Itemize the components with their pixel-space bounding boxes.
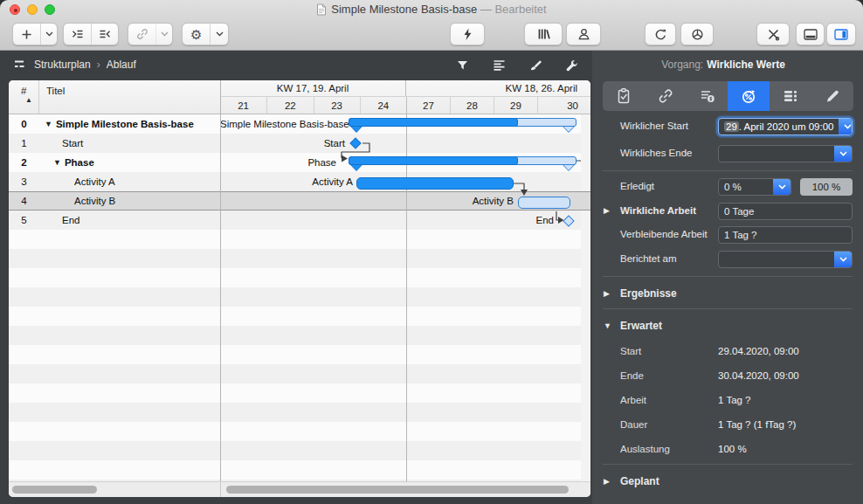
dropdown-chevron-icon[interactable] — [839, 119, 853, 135]
gantt-bar-activity-b[interactable] — [518, 197, 570, 209]
disclosure-triangle[interactable]: ▼ — [53, 158, 61, 167]
table-row[interactable]: 2 ▼ Phase — [9, 153, 220, 172]
gantt-hscroll-thumb[interactable] — [226, 486, 569, 494]
gantt-milestone-end[interactable] — [561, 213, 576, 229]
link-icon[interactable] — [128, 24, 155, 45]
disclosure-triangle[interactable]: ▼ — [604, 321, 611, 330]
add-button-group[interactable] — [12, 23, 58, 45]
dropdown-chevron-icon[interactable] — [773, 179, 791, 195]
chevron-down-icon[interactable] — [155, 24, 172, 45]
day-header-row: 21 22 23 24 27 28 29 30 — [220, 97, 590, 114]
gear-icon[interactable]: ⚙ — [183, 24, 210, 45]
wbs-view-icon[interactable] — [14, 59, 28, 70]
breadcrumb-item-strukturplan[interactable]: Strukturplan — [34, 59, 91, 71]
row-number: 0 — [9, 119, 39, 129]
outdent-icon[interactable] — [91, 24, 118, 45]
table-row-selected[interactable]: 4 Activity B — [9, 191, 220, 211]
disclosure-triangle[interactable]: ▶ — [604, 477, 610, 486]
panel-right-icon[interactable] — [826, 23, 856, 45]
window-title-text: Simple Milestone Basis-base — [331, 3, 477, 16]
table-row[interactable]: 0 ▼ Simple Milestone Basis-base — [9, 114, 220, 134]
tab-segments[interactable] — [770, 81, 811, 111]
outline-gantt-divider[interactable] — [220, 80, 221, 497]
set-100-percent-button[interactable]: 100 % — [800, 178, 853, 196]
breadcrumb-item-ablauf[interactable]: Ablauf — [107, 59, 136, 71]
day-cell[interactable]: 27 — [406, 97, 450, 114]
titlebar: Simple Milestone Basis-base — Bearbeitet — [0, 0, 863, 51]
actual-start-input[interactable]: 29. April 2020 um 09:00 — [718, 118, 853, 135]
tab-finance[interactable] — [687, 81, 728, 111]
expected-work-value: 1 Tag ? — [718, 395, 751, 405]
expected-utilization-value: 100 % — [718, 444, 747, 454]
divider — [603, 276, 853, 277]
chevron-down-icon[interactable] — [40, 24, 57, 45]
text-style-icon[interactable] — [489, 57, 508, 74]
column-header-number[interactable]: # ▲ — [9, 80, 39, 114]
section-erwartet[interactable]: ▼ Erwartet — [603, 319, 853, 333]
dropdown-chevron-icon[interactable] — [834, 146, 852, 162]
day-cell[interactable]: 28 — [450, 97, 494, 114]
tab-checklist[interactable] — [603, 81, 645, 111]
disclosure-triangle[interactable]: ▼ — [45, 120, 52, 128]
section-ergebnisse[interactable]: ▶ Ergebnisse — [603, 287, 853, 300]
day-cell[interactable]: 23 — [314, 97, 360, 114]
settings-wrench-icon[interactable] — [563, 57, 582, 74]
gantt-summary-bar-phase[interactable] — [349, 156, 577, 172]
gantt-summary-bar-project[interactable] — [349, 118, 577, 134]
selected-date-segment[interactable]: 29 — [724, 121, 739, 132]
plus-icon[interactable] — [13, 24, 40, 45]
table-row[interactable]: 1 Start — [9, 134, 220, 153]
outline-hscroll-thumb[interactable] — [12, 486, 97, 494]
inspector-context-value: Wirkliche Werte — [707, 59, 785, 71]
link-button-group[interactable] — [128, 23, 173, 45]
day-cell[interactable]: 22 — [266, 97, 313, 114]
actual-end-input[interactable] — [718, 145, 853, 162]
disclosure-triangle[interactable]: ▶ — [604, 206, 610, 215]
tab-edit-pencil[interactable] — [811, 81, 853, 111]
action-menu-group[interactable]: ⚙ — [182, 23, 229, 45]
week-header-kw17[interactable]: KW 17, 19. April — [220, 80, 406, 96]
table-row[interactable]: 5 End — [9, 211, 220, 230]
expected-end-row: Ende30.04.2020, 09:00 — [603, 368, 853, 385]
day-cell[interactable]: 24 — [360, 97, 406, 114]
actual-work-input[interactable]: 0 Tage — [718, 203, 853, 220]
indent-icon[interactable] — [64, 24, 91, 45]
row-title: Phase — [65, 157, 94, 168]
library-icon[interactable] — [524, 23, 563, 45]
breadcrumb: Strukturplan › Ablauf — [14, 59, 136, 71]
table-row[interactable]: 3 Activity A — [9, 172, 220, 191]
reported-on-input[interactable] — [718, 251, 853, 268]
utilities-tools-icon[interactable] — [756, 23, 790, 45]
outline-body: 0 ▼ Simple Milestone Basis-base 1 Start … — [9, 114, 220, 481]
resources-person-icon[interactable] — [566, 23, 601, 45]
disclosure-triangle[interactable]: ▶ — [604, 289, 610, 298]
bar-label: Start — [220, 134, 345, 153]
day-cell[interactable]: 21 — [220, 97, 266, 114]
sync-icon[interactable] — [645, 23, 676, 45]
chevron-down-icon[interactable] — [210, 24, 228, 45]
column-header-title[interactable]: Titel — [39, 80, 220, 114]
date-value[interactable]: . April 2020 um 09:00 — [739, 121, 834, 132]
inspector-panel: Vorgang:Wirkliche Werte — [592, 51, 863, 504]
filter-icon[interactable] — [452, 57, 472, 74]
week-header-kw18[interactable]: KW 18, 26. April — [406, 80, 581, 96]
gantt-milestone-start[interactable] — [348, 135, 363, 151]
publish-globe-icon[interactable] — [680, 23, 714, 45]
day-cell[interactable]: 30 — [537, 97, 581, 114]
row-number: 5 — [9, 215, 39, 225]
panel-bottom-icon[interactable] — [796, 23, 825, 45]
row-title: Activity B — [74, 196, 115, 206]
format-brush-icon[interactable] — [526, 57, 545, 74]
dropdown-chevron-icon[interactable] — [834, 252, 852, 267]
insert-function-button[interactable] — [450, 23, 485, 45]
expected-end-value: 30.04.2020, 09:00 — [718, 370, 799, 381]
day-cell[interactable]: 29 — [494, 97, 537, 114]
gantt-bar-activity-a[interactable] — [356, 177, 514, 190]
tab-actual-values[interactable] — [728, 81, 770, 111]
section-geplant[interactable]: ▶ Geplant — [603, 474, 853, 488]
remaining-work-input[interactable]: 1 Tag ? — [718, 226, 853, 244]
tab-links[interactable] — [645, 81, 687, 111]
completed-input[interactable]: 0 % — [718, 178, 791, 196]
field-row-actual-end: Wirkliches Ende — [603, 145, 853, 162]
indent-group[interactable] — [63, 23, 119, 45]
